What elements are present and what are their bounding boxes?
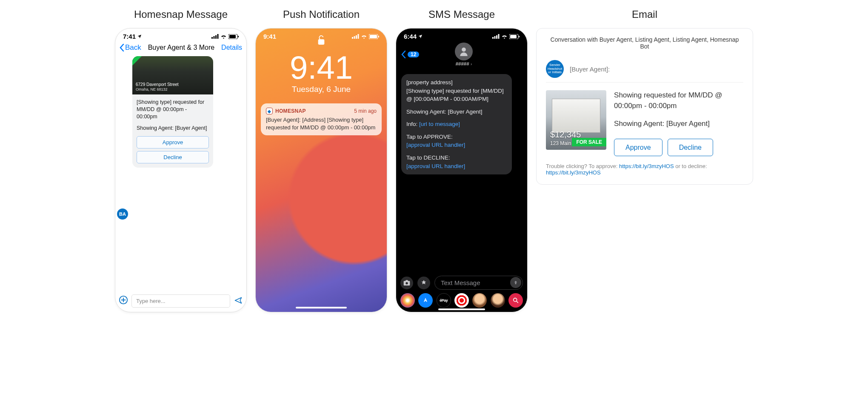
heading-homesnap: Homesnap Message xyxy=(134,9,228,20)
svg-rect-2 xyxy=(215,35,217,39)
property-image[interactable]: 6729 Davenport Street Omaha, NE 68132 xyxy=(132,56,213,94)
plus-circle-icon xyxy=(119,295,128,305)
chat-title[interactable]: Buyer Agent & 3 More xyxy=(148,44,215,51)
wifi-icon xyxy=(501,34,508,39)
notification-card[interactable]: ◆ HOMESNAP 5 min ago [Buyer Agent]: [Add… xyxy=(261,103,382,135)
heading-email: Email xyxy=(632,9,657,20)
lock-icon xyxy=(256,34,387,49)
home-indicator[interactable] xyxy=(438,308,485,310)
appstore-icon xyxy=(420,280,427,286)
approve-link[interactable]: https://bit.ly/3mzyHOS xyxy=(619,163,674,169)
sms-decline-link[interactable]: [approval URL handler] xyxy=(406,163,465,169)
sender-name: [Buyer Agent]: xyxy=(570,66,610,73)
attach-button[interactable] xyxy=(119,295,128,307)
sms-line-agent: Showing Agent: [Buyer Agent] xyxy=(406,108,507,116)
svg-point-23 xyxy=(462,48,466,52)
send-button[interactable] xyxy=(234,296,243,306)
lockscreen-time: 9:41 xyxy=(256,51,387,84)
camera-icon xyxy=(403,280,410,286)
contact-header[interactable]: ##### › xyxy=(455,43,473,66)
decline-link[interactable]: https://bit.ly/3mzyHOS xyxy=(546,169,601,176)
svg-rect-18 xyxy=(496,35,497,39)
wifi-icon xyxy=(220,34,227,39)
dock-applepay[interactable]: éPay xyxy=(437,293,451,308)
status-bar: 6:44 xyxy=(396,29,527,42)
dock-memoji-1[interactable] xyxy=(472,293,487,308)
sms-approve-label: Tap to APPROVE: xyxy=(406,133,507,141)
email-line-2: Showing Agent: [Buyer Agent] xyxy=(614,119,743,129)
signal-icon xyxy=(492,34,500,39)
signal-icon xyxy=(211,34,219,39)
svg-rect-17 xyxy=(494,36,496,39)
unread-badge: 12 xyxy=(408,51,419,57)
back-button[interactable]: Back xyxy=(120,43,141,52)
decline-button[interactable]: Decline xyxy=(137,151,209,163)
sms-info-link[interactable]: [url to message] xyxy=(419,121,460,127)
status-time: 7:41 xyxy=(123,33,136,40)
sms-decline-label: Tap to DECLINE: xyxy=(406,154,507,162)
svg-rect-19 xyxy=(498,34,500,39)
search-icon xyxy=(512,297,519,304)
dock-photos[interactable] xyxy=(400,293,415,308)
message-text-2: Showing Agent: [Buyer Agent] xyxy=(132,122,213,134)
heading-push: Push Notification xyxy=(283,9,360,20)
property-image[interactable]: $12,345 123 Main St FOR SALE xyxy=(546,90,606,150)
message-input[interactable]: Type here... xyxy=(131,294,230,308)
forsale-badge: FOR SALE xyxy=(572,138,606,146)
svg-rect-15 xyxy=(318,39,325,45)
email-foot-mid: or to decline: xyxy=(674,163,707,169)
details-button[interactable]: Details xyxy=(221,44,242,51)
contact-name: ##### xyxy=(456,61,469,66)
contact-avatar xyxy=(455,43,473,60)
location-icon xyxy=(137,34,142,39)
svg-rect-22 xyxy=(519,36,520,37)
sms-approve-link[interactable]: [approval URL handler] xyxy=(406,142,465,148)
person-icon xyxy=(458,46,469,57)
camera-button[interactable] xyxy=(400,277,413,289)
push-phone: 9:41 9:41 Tuesday, 6 June ◆ H xyxy=(255,28,387,312)
heading-sms: SMS Message xyxy=(428,9,495,20)
sms-input[interactable]: Text Message xyxy=(434,276,523,290)
nav-bar: Back Buyer Agent & 3 More Details xyxy=(115,42,246,55)
email-conversation-title: Conversation with Buyer Agent, Listing A… xyxy=(546,36,743,50)
back-button[interactable]: 12 xyxy=(401,51,419,58)
send-icon xyxy=(234,296,243,305)
email-line-1: Showing requested for MM/DD @ 00:00pm - … xyxy=(614,90,743,111)
dock-memoji-2[interactable] xyxy=(491,293,505,308)
svg-rect-5 xyxy=(229,35,236,38)
message-text-1: [Showing type] requested for MM/DD @ 00:… xyxy=(132,94,213,122)
appstore-button[interactable] xyxy=(417,277,430,289)
approve-button[interactable]: Approve xyxy=(137,136,209,148)
email-footer: Trouble clicking? To approve: https://bi… xyxy=(546,163,743,176)
svg-rect-3 xyxy=(217,34,219,39)
dock-target[interactable] xyxy=(454,293,469,308)
location-icon xyxy=(418,34,423,39)
svg-point-24 xyxy=(405,282,408,284)
notification-body: [Buyer Agent]: [Address] [Showing type] … xyxy=(266,116,377,131)
sms-bubble[interactable]: [property address] [Showing type] reques… xyxy=(401,74,512,174)
status-time: 6:44 xyxy=(404,33,417,40)
app-drawer: éPay xyxy=(400,293,523,308)
sender-avatar: Sender Headshot or Initials xyxy=(546,60,564,78)
send-button[interactable] xyxy=(510,277,521,288)
approve-button[interactable]: Approve xyxy=(614,139,662,156)
homesnap-app-icon: ◆ xyxy=(266,108,273,114)
appstore-a-icon xyxy=(422,297,429,304)
sms-line-request: [Showing type] requested for [MM/DD] @ [… xyxy=(406,87,507,103)
sms-info-label: Info: xyxy=(406,121,419,127)
sms-line-address: [property address] xyxy=(406,78,507,87)
svg-rect-16 xyxy=(492,37,494,39)
dock-search[interactable] xyxy=(508,293,523,308)
chevron-left-icon xyxy=(401,51,406,58)
sender-avatar[interactable]: BA xyxy=(117,208,128,220)
status-corner xyxy=(132,56,142,66)
message-bubble: 6729 Davenport Street Omaha, NE 68132 [S… xyxy=(132,56,213,168)
home-indicator[interactable] xyxy=(296,307,347,308)
decline-button[interactable]: Decline xyxy=(668,139,713,156)
homesnap-phone: 7:41 Back Buyer Agent & 3 More Details xyxy=(115,28,247,312)
battery-icon xyxy=(509,34,520,39)
svg-rect-0 xyxy=(211,37,213,39)
dock-appstore[interactable] xyxy=(418,293,433,308)
back-label: Back xyxy=(125,43,141,52)
arrow-up-icon xyxy=(513,280,518,285)
